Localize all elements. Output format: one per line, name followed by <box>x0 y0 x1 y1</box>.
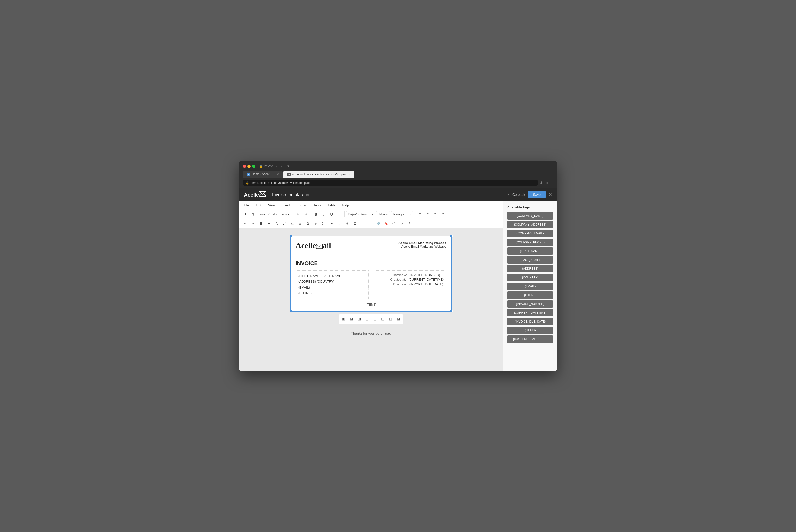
link-button[interactable]: 🔗 <box>375 220 382 227</box>
tag-button[interactable]: {CUSTOMER_ADDRESS} <box>507 336 553 343</box>
minimize-window-button[interactable] <box>247 165 251 168</box>
align-left-button[interactable]: ≡ <box>416 211 423 217</box>
fullscreen-button[interactable]: ⛶ <box>320 220 327 227</box>
underline-button[interactable]: U <box>328 211 335 217</box>
strikethrough-button[interactable]: S <box>336 211 343 217</box>
lock-icon: 🔒 <box>259 165 263 168</box>
align-justify-button[interactable]: ≡ <box>440 211 447 217</box>
preview-button[interactable]: 👁 <box>328 220 335 227</box>
emoji-button[interactable]: ☺ <box>312 220 319 227</box>
tab-template[interactable]: M demo.acellemail.com/admin/invoices/tem… <box>283 171 355 178</box>
company-tagline: Acelle Email Marketing Webapp <box>398 245 447 248</box>
tab-close-button-2[interactable]: ✕ <box>348 173 350 176</box>
tag-button[interactable]: {COMPANY_ADDRESS} <box>507 221 553 228</box>
outdent-button[interactable]: ⇤ <box>242 220 249 227</box>
table-delete-col-button[interactable]: ⊡ <box>371 316 379 323</box>
rtl-button[interactable]: ⇄ <box>398 220 405 227</box>
go-back-button[interactable]: ← Go back <box>507 193 525 196</box>
tag-button[interactable]: {CURRENT_DATETIME} <box>507 309 553 317</box>
download-icon[interactable]: ⬇ <box>540 180 543 185</box>
tag-button[interactable]: {COMPANY_NAME} <box>507 212 553 220</box>
paragraph-selector[interactable]: Paragraph ▾ <box>391 211 413 217</box>
handle-top-right[interactable] <box>450 235 453 238</box>
subscript-button[interactable]: x₂ <box>289 220 296 227</box>
tag-button[interactable]: {INVOICE_DUE_DATE} <box>507 318 553 325</box>
url-bar[interactable]: 🔒 demo.acellemail.com/admin/invoices/tem… <box>243 180 538 186</box>
menu-edit[interactable]: Edit <box>255 203 262 208</box>
tag-button[interactable]: {FIRST_NAME} <box>507 247 553 255</box>
insert-custom-tags-button[interactable]: Insert Custom Tags ▾ <box>258 211 291 217</box>
menu-table[interactable]: Table <box>327 203 336 208</box>
table-column-after-button[interactable]: ⊞ <box>363 316 371 323</box>
menu-format[interactable]: Format <box>296 203 308 208</box>
format-icon-1[interactable]: T̲ <box>242 211 249 217</box>
editor-canvas[interactable]: Acelle ail Acelle Email Marketing Webapp… <box>239 228 503 371</box>
table-insert-button[interactable]: ⊞ <box>297 220 304 227</box>
menu-tools[interactable]: Tools <box>312 203 322 208</box>
save-button[interactable]: Save <box>528 191 546 198</box>
table-properties-button[interactable]: ⊞ <box>340 316 347 323</box>
tab-close-button[interactable]: ✕ <box>277 173 279 176</box>
handle-bottom-right[interactable] <box>450 310 453 312</box>
image-float-button[interactable]: ◫ <box>359 220 366 227</box>
share-icon[interactable]: ⬆ <box>545 180 549 185</box>
table-delete-row-button[interactable]: ⊠ <box>395 316 402 323</box>
table-row-after-button[interactable]: ⊟ <box>387 316 394 323</box>
redo-button[interactable]: ↪ <box>303 211 309 217</box>
reload-button[interactable]: ↻ <box>285 164 290 169</box>
close-button[interactable]: ✕ <box>549 192 552 197</box>
format-icon-2[interactable]: ¶ <box>250 211 257 217</box>
tag-button[interactable]: {COUNTRY} <box>507 274 553 281</box>
handle-top-left[interactable] <box>289 235 292 238</box>
font-selector[interactable]: DejaVu Sans,... ▾ <box>346 211 375 217</box>
hr-button[interactable]: — <box>367 220 374 227</box>
menu-file[interactable]: File <box>243 203 250 208</box>
download-btn[interactable]: ↓ <box>336 220 343 227</box>
tab-demo[interactable]: M Demo - Acelle E... ✕ <box>243 171 283 178</box>
tab-label-2: demo.acellemail.com/admin/invoices/templ… <box>292 173 347 176</box>
size-selector[interactable]: 14px ▾ <box>376 211 390 217</box>
indent-button[interactable]: ⇥ <box>250 220 257 227</box>
detail-created-at: Created at: {CURRENT_DATETIME} <box>376 278 444 281</box>
tag-button[interactable]: {INVOICE_NUMBER} <box>507 300 553 308</box>
tag-button[interactable]: {COMPANY_EMAIL} <box>507 230 553 237</box>
bold-button[interactable]: B <box>312 211 319 217</box>
italic-button[interactable]: I <box>320 211 327 217</box>
list-ol-button[interactable]: ≔ <box>265 220 272 227</box>
table-column-before-button[interactable]: ⊞ <box>356 316 363 323</box>
maximize-window-button[interactable] <box>252 165 255 168</box>
table-delete-button[interactable]: ⊠ <box>348 316 355 323</box>
table-row-before-button[interactable]: ⊟ <box>379 316 386 323</box>
bookmark-button[interactable]: 🔖 <box>383 220 390 227</box>
handle-bottom-left[interactable] <box>289 310 292 312</box>
tag-button[interactable]: {ADDRESS} <box>507 265 553 272</box>
highlight-button[interactable]: 🖊 <box>281 220 288 227</box>
print-button[interactable]: 🖨 <box>344 220 350 227</box>
menu-view[interactable]: View <box>267 203 276 208</box>
new-tab-icon[interactable]: + <box>551 180 553 185</box>
code-button[interactable]: </> <box>391 220 398 227</box>
tag-button[interactable]: {ITEMS} <box>507 327 553 334</box>
special-chars-button[interactable]: Ω <box>304 220 311 227</box>
undo-button[interactable]: ↩ <box>295 211 302 217</box>
close-window-button[interactable] <box>243 165 246 168</box>
go-back-arrow: ← <box>507 193 511 196</box>
tag-button[interactable]: {LAST_NAME} <box>507 256 553 264</box>
font-color-button[interactable]: A <box>273 220 280 227</box>
url-lock-icon: 🔒 <box>246 181 249 185</box>
invoice-container[interactable]: Acelle ail Acelle Email Marketing Webapp… <box>290 236 452 312</box>
menu-help[interactable]: Help <box>341 203 350 208</box>
detail-invoice-number: Invoice #: {INVOICE_NUMBER} <box>376 273 444 277</box>
tag-button[interactable]: {COMPANY_PHONE} <box>507 239 553 246</box>
menu-insert[interactable]: Insert <box>281 203 291 208</box>
image-button[interactable]: 🖼 <box>352 220 358 227</box>
tag-button[interactable]: {EMAIL} <box>507 283 553 290</box>
align-center-button[interactable]: ≡ <box>424 211 431 217</box>
ltr-button[interactable]: ¶ <box>406 220 413 227</box>
logo-acelle: Acelle <box>244 192 259 198</box>
back-button[interactable]: ‹ <box>275 164 278 169</box>
align-right-button[interactable]: ≡ <box>432 211 439 217</box>
tag-button[interactable]: {PHONE} <box>507 291 553 299</box>
forward-button[interactable]: › <box>280 164 283 169</box>
list-ul-button[interactable]: ☰ <box>258 220 264 227</box>
